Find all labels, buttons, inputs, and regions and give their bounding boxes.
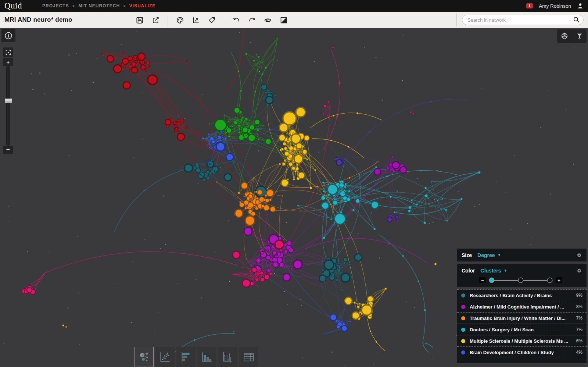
zoom-out-button[interactable]: − bbox=[3, 146, 13, 154]
cluster-color-dot bbox=[461, 293, 465, 297]
quid-logo[interactable]: Quid bbox=[4, 1, 22, 11]
zoom-slider-track[interactable] bbox=[6, 66, 10, 146]
cluster-percent: 7% bbox=[573, 316, 582, 321]
color-setting-row: Color Clusters ▼ bbox=[457, 264, 587, 277]
toolbar-group-divider bbox=[168, 15, 168, 26]
color-setting-card: Color Clusters ▼ − + bbox=[457, 264, 587, 287]
cluster-color-dot bbox=[461, 305, 465, 309]
breadcrumb-item-mit-neurotech[interactable]: MIT NEUROTECH bbox=[78, 3, 120, 8]
palette-button[interactable] bbox=[175, 15, 185, 26]
eye-button[interactable] bbox=[263, 15, 273, 26]
network-layout-button[interactable] bbox=[557, 29, 572, 43]
cluster-color-dot bbox=[461, 328, 465, 332]
chart-range-icon bbox=[192, 16, 200, 24]
palette-icon bbox=[176, 16, 184, 24]
toolbar-icons bbox=[135, 12, 289, 28]
page-title: MRI AND neuro* demo bbox=[4, 16, 72, 24]
user-avatar-icon[interactable] bbox=[577, 3, 584, 9]
view-switcher-network-view[interactable] bbox=[135, 347, 154, 367]
legend-item[interactable]: Researchers / Brain Activity / Brains9% bbox=[457, 290, 587, 301]
histogram-view-icon bbox=[200, 350, 214, 364]
timeline-view-icon bbox=[221, 350, 235, 364]
cluster-color-dot bbox=[461, 339, 465, 343]
filter-icon bbox=[576, 32, 583, 40]
cluster-percent: 6% bbox=[573, 338, 582, 343]
legend-item[interactable]: Brain Development / Children / Study4% bbox=[457, 347, 587, 358]
user-name[interactable]: Amy Robinson bbox=[539, 3, 571, 9]
breadcrumb-separator: > bbox=[123, 4, 126, 8]
view-switcher-timeline-view[interactable] bbox=[218, 347, 237, 367]
breadcrumb-item-visualize[interactable]: VISUALIZE bbox=[129, 3, 156, 8]
view-switcher-bars-horizontal-view[interactable] bbox=[176, 347, 196, 367]
network-view-icon bbox=[137, 350, 151, 364]
granularity-stop-1[interactable] bbox=[490, 278, 494, 282]
cluster-label: Brain Development / Children / Study bbox=[470, 350, 554, 355]
network-ball-icon bbox=[560, 32, 569, 40]
export-button[interactable] bbox=[150, 15, 161, 26]
undo-button[interactable] bbox=[231, 15, 241, 26]
view-switcher-table-view[interactable] bbox=[239, 347, 258, 367]
bars-horizontal-view-icon bbox=[179, 350, 193, 364]
zoom-slider-handle[interactable] bbox=[4, 97, 13, 104]
document-toolbar: MRI AND neuro* demo bbox=[0, 12, 588, 28]
breadcrumb-separator: > bbox=[72, 4, 75, 8]
cluster-label: Traumatic Brain Injury / White Matter / … bbox=[470, 316, 566, 321]
chart-range-button[interactable] bbox=[191, 15, 201, 26]
contrast-button[interactable] bbox=[279, 15, 289, 26]
search-icon[interactable] bbox=[573, 16, 580, 25]
undo-icon bbox=[232, 16, 240, 24]
tag-icon bbox=[208, 16, 216, 24]
cluster-legend: Researchers / Brain Activity / Brains9%A… bbox=[457, 289, 587, 363]
legend-item[interactable]: Multiple Sclerosis / Multiple Sclerosis … bbox=[457, 335, 587, 347]
breadcrumb-item-projects[interactable]: PROJECTS bbox=[42, 3, 69, 8]
gear-icon bbox=[576, 252, 582, 258]
view-switcher-scatter-view[interactable] bbox=[155, 347, 175, 367]
zoom-in-button[interactable]: + bbox=[3, 58, 13, 66]
info-button[interactable]: i bbox=[1, 29, 15, 42]
redo-icon bbox=[248, 16, 256, 24]
search-input[interactable] bbox=[462, 15, 584, 25]
size-settings-button[interactable] bbox=[576, 252, 582, 258]
table-view-icon bbox=[242, 350, 256, 364]
color-dropdown[interactable]: Clusters ▼ bbox=[481, 268, 508, 274]
breadcrumb: PROJECTS>MIT NEUROTECH>VISUALIZE bbox=[42, 3, 155, 8]
legend-item[interactable]: Alzheimer / Mild Cognitive Impairment / … bbox=[457, 301, 587, 313]
cluster-label: Multiple Sclerosis / Multiple Sclerosis … bbox=[470, 338, 568, 344]
save-button[interactable] bbox=[135, 15, 145, 26]
scatter-view-icon bbox=[158, 350, 172, 364]
fit-to-screen-button[interactable] bbox=[3, 47, 13, 57]
cluster-color-dot bbox=[461, 350, 465, 354]
cluster-percent: 7% bbox=[573, 327, 582, 332]
network-nodes bbox=[22, 38, 480, 342]
cluster-label: Alzheimer / Mild Cognitive Impairment / … bbox=[470, 304, 564, 310]
size-setting-row: Size Degree ▼ bbox=[457, 249, 587, 261]
canvas-mode-buttons bbox=[557, 29, 587, 43]
tag-button[interactable] bbox=[207, 15, 217, 26]
notification-badge[interactable]: 1 bbox=[526, 3, 533, 8]
filter-button[interactable] bbox=[572, 29, 587, 43]
color-settings-button[interactable] bbox=[576, 268, 582, 274]
view-switcher bbox=[135, 347, 258, 367]
cluster-percent: 9% bbox=[573, 293, 582, 298]
cluster-label: Researchers / Brain Activity / Brains bbox=[470, 293, 552, 298]
legend-item[interactable]: Traumatic Brain Injury / White Matter / … bbox=[457, 313, 587, 324]
top-nav-bar: Quid PROJECTS>MIT NEUROTECH>VISUALIZE 1 … bbox=[0, 0, 588, 12]
granularity-stop-3[interactable] bbox=[548, 278, 552, 282]
view-switcher-histogram-view[interactable] bbox=[197, 347, 216, 367]
legend-item[interactable]: Doctors / Surgery / Mri Scan7% bbox=[457, 324, 587, 335]
chevron-down-icon: ▼ bbox=[497, 253, 501, 257]
redo-button[interactable] bbox=[247, 15, 257, 26]
granularity-stop-2[interactable] bbox=[519, 278, 523, 282]
decrease-clusters-button[interactable]: − bbox=[479, 277, 486, 283]
export-icon bbox=[151, 16, 159, 24]
save-icon bbox=[136, 16, 144, 24]
granularity-track[interactable] bbox=[490, 280, 552, 281]
cluster-color-dot bbox=[461, 316, 465, 320]
visual-settings-panel: Size Degree ▼ Color Clusters ▼ − bbox=[457, 249, 587, 363]
gear-icon bbox=[576, 268, 582, 274]
size-dropdown[interactable]: Degree ▼ bbox=[477, 252, 501, 258]
cluster-label: Doctors / Surgery / Mri Scan bbox=[470, 327, 534, 332]
increase-clusters-button[interactable]: + bbox=[556, 277, 562, 283]
color-label: Color bbox=[462, 268, 475, 274]
network-canvas-area: i + − Size Degree bbox=[0, 28, 588, 367]
